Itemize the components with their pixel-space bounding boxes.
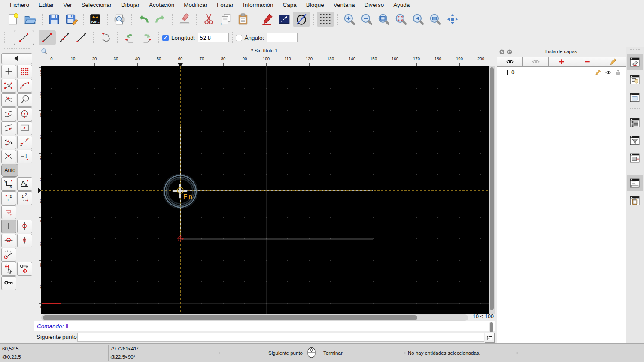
key-button[interactable]	[1, 276, 16, 290]
coord-cartesian-button[interactable]: yx	[1, 177, 16, 191]
menu-modificar[interactable]: Modificar	[179, 0, 212, 10]
hscroll-thumb[interactable]	[43, 315, 417, 320]
command-scroll-thumb[interactable]	[490, 322, 493, 332]
vscroll-thumb[interactable]	[490, 67, 494, 310]
angle-checkbox[interactable]	[236, 35, 242, 41]
menu-bloque[interactable]: Bloque	[301, 0, 329, 10]
add-layer-button[interactable]	[548, 57, 574, 67]
zoom-window-button[interactable]	[427, 12, 444, 27]
menu-seleccionar[interactable]: Seleccionar	[77, 0, 117, 10]
lock-relative-zero-button[interactable]	[17, 262, 32, 276]
menu-fichero[interactable]: Fichero	[5, 0, 34, 10]
snap-endpoint-button[interactable]	[1, 79, 16, 93]
menu-capa[interactable]: Capa	[278, 0, 301, 10]
coord-polar-button[interactable]: ra	[17, 177, 32, 191]
pen-edit-button[interactable]	[258, 12, 276, 27]
command-input[interactable]	[77, 333, 484, 342]
order-points-2-button[interactable]: 12	[17, 191, 32, 205]
layer-color-swatch[interactable]	[500, 70, 508, 75]
snap-on-entity-button[interactable]	[17, 79, 32, 93]
snap-reference-button[interactable]	[17, 121, 32, 135]
relzero-horizontal-button[interactable]	[1, 234, 16, 247]
remove-layer-button[interactable]	[574, 57, 600, 67]
snap-intersection-button[interactable]	[1, 93, 16, 107]
length-input[interactable]	[198, 33, 229, 42]
redo-button[interactable]	[152, 12, 169, 27]
eraser-button[interactable]	[176, 12, 193, 27]
draft-mode-button[interactable]	[293, 12, 310, 27]
dock-command-button[interactable]	[627, 175, 643, 191]
snap-circle-button[interactable]	[17, 93, 32, 107]
document-titlebar[interactable]: * Sin título 1	[34, 47, 495, 56]
segment-redo-button[interactable]	[138, 30, 155, 45]
line-segments-button[interactable]	[39, 30, 56, 45]
snap-center-button[interactable]	[17, 107, 32, 121]
command-dock-button[interactable]	[485, 333, 495, 343]
print-preview-button[interactable]	[111, 12, 128, 27]
command-history[interactable]: Comando:li	[34, 321, 495, 331]
order-points-1-button[interactable]: 12	[1, 191, 16, 205]
paste-button[interactable]	[234, 12, 252, 27]
polyline-red-button[interactable]	[1, 205, 16, 219]
zoom-back-button[interactable]	[410, 12, 427, 27]
dock-block-list-button[interactable]	[627, 72, 643, 88]
menu-ayuda[interactable]: Ayuda	[389, 0, 414, 10]
dock-entity-list-button[interactable]	[627, 115, 643, 131]
zoom-previous-button[interactable]	[392, 12, 410, 27]
angle-gauge-button[interactable]	[1, 248, 16, 262]
menu-ver[interactable]: Ver	[58, 0, 76, 10]
cad-canvas[interactable]: Fin	[41, 66, 489, 316]
segment-undo-button[interactable]	[121, 30, 138, 45]
svg-export-button[interactable]: SVG	[87, 12, 104, 27]
snap-exclusive-button[interactable]: !	[17, 150, 32, 163]
dock-library-button[interactable]	[627, 89, 643, 106]
menu-informacion[interactable]: Información	[238, 0, 278, 10]
cut-button[interactable]: +	[200, 12, 217, 27]
menu-diverso[interactable]: Diverso	[359, 0, 389, 10]
save-button[interactable]	[46, 12, 63, 27]
menu-editar[interactable]: Editar	[34, 0, 58, 10]
dock-clipboard-button[interactable]	[627, 193, 643, 209]
menu-dibujar[interactable]: Dibujar	[116, 0, 144, 10]
menu-acotacion[interactable]: Acotación	[144, 0, 179, 10]
layer-pencil-icon[interactable]	[595, 69, 601, 76]
dock-pen-button[interactable]	[627, 150, 643, 166]
menu-forzar[interactable]: Forzar	[212, 0, 238, 10]
edit-layer-button[interactable]	[600, 57, 626, 67]
grid-plus-button[interactable]	[1, 220, 16, 233]
back-button[interactable]	[1, 53, 32, 64]
zoom-in-button[interactable]	[341, 12, 358, 27]
line-both-arrows-button[interactable]	[56, 30, 73, 45]
layer-panel-titlebar[interactable]: Lista de capas	[497, 47, 626, 57]
length-checkbox[interactable]: ✓	[162, 35, 169, 41]
set-relative-zero-button[interactable]	[1, 262, 16, 276]
layer-lock-icon[interactable]	[614, 69, 621, 76]
snap-free-button[interactable]	[1, 65, 16, 78]
copy-button[interactable]: +	[217, 12, 234, 27]
snap-middle-button[interactable]	[1, 107, 16, 121]
snap-cross-button[interactable]	[1, 150, 16, 163]
eye-hidden-button[interactable]	[522, 57, 549, 67]
polyline-shape-button[interactable]	[97, 30, 114, 45]
restrict-distance-button[interactable]: 12	[17, 136, 32, 149]
horizontal-scrollbar[interactable]	[41, 314, 468, 321]
layer-eye-icon[interactable]	[605, 69, 612, 76]
auto-snap-button[interactable]: Auto	[1, 164, 18, 177]
dock-filter-button[interactable]	[627, 132, 643, 148]
relzero-vertical-button[interactable]	[17, 220, 32, 233]
save-as-button[interactable]	[63, 12, 80, 27]
vertical-scrollbar[interactable]	[489, 66, 495, 314]
eye-visible-button[interactable]	[497, 57, 523, 67]
menu-ventana[interactable]: Ventana	[329, 0, 360, 10]
current-tool-indicator[interactable]	[14, 30, 34, 45]
snap-grid-button[interactable]	[17, 65, 32, 78]
open-folder-button[interactable]	[21, 12, 39, 27]
select-window-button[interactable]	[276, 12, 293, 27]
dock-layer-list-button[interactable]	[627, 54, 643, 70]
restrict-direction-button[interactable]	[1, 136, 16, 149]
undo-button[interactable]	[135, 12, 152, 27]
new-file-button[interactable]	[4, 12, 21, 27]
line-arrow-button[interactable]	[73, 30, 90, 45]
relzero-point-button[interactable]	[17, 234, 32, 247]
layer-row[interactable]: 0	[497, 67, 626, 78]
